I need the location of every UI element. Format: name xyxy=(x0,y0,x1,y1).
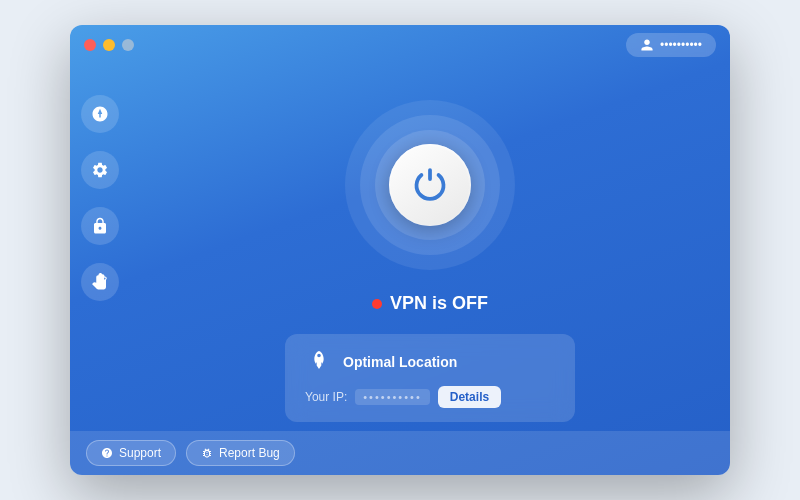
location-card: Optimal Location Your IP: •••••••••• Det… xyxy=(285,334,575,422)
user-email: •••••••••• xyxy=(660,38,702,52)
sidebar-item-privacy[interactable] xyxy=(81,207,119,245)
location-rocket-icon xyxy=(305,348,333,376)
sidebar-item-tracker[interactable] xyxy=(81,263,119,301)
power-button-area xyxy=(340,95,520,275)
app-window: •••••••••• xyxy=(70,25,730,475)
bug-icon xyxy=(201,447,213,459)
maximize-button[interactable] xyxy=(122,39,134,51)
user-account-button[interactable]: •••••••••• xyxy=(626,33,716,57)
location-header: Optimal Location xyxy=(305,348,555,376)
sidebar xyxy=(70,65,130,475)
support-label: Support xyxy=(119,446,161,460)
ip-label: Your IP: xyxy=(305,390,347,404)
location-details: Your IP: •••••••••• Details xyxy=(305,386,555,408)
vpn-status-text: VPN is OFF xyxy=(390,293,488,314)
user-icon xyxy=(640,38,654,52)
title-bar: •••••••••• xyxy=(70,25,730,65)
bottom-bar: Support Report Bug xyxy=(70,431,730,475)
ip-address: •••••••••• xyxy=(355,389,430,405)
vpn-status: VPN is OFF xyxy=(372,293,488,314)
details-button[interactable]: Details xyxy=(438,386,501,408)
rocket-icon xyxy=(91,105,109,123)
gear-icon xyxy=(91,161,109,179)
status-indicator xyxy=(372,299,382,309)
report-bug-button[interactable]: Report Bug xyxy=(186,440,295,466)
minimize-button[interactable] xyxy=(103,39,115,51)
report-bug-label: Report Bug xyxy=(219,446,280,460)
location-name: Optimal Location xyxy=(343,354,457,370)
hand-icon xyxy=(91,273,109,291)
power-icon xyxy=(412,167,448,203)
support-button[interactable]: Support xyxy=(86,440,176,466)
sidebar-item-locations[interactable] xyxy=(81,95,119,133)
traffic-lights xyxy=(84,39,134,51)
main-content: VPN is OFF Optimal Location Your IP: •••… xyxy=(130,65,730,475)
sidebar-item-settings[interactable] xyxy=(81,151,119,189)
support-icon xyxy=(101,447,113,459)
lock-icon xyxy=(91,217,109,235)
close-button[interactable] xyxy=(84,39,96,51)
power-toggle-button[interactable] xyxy=(389,144,471,226)
